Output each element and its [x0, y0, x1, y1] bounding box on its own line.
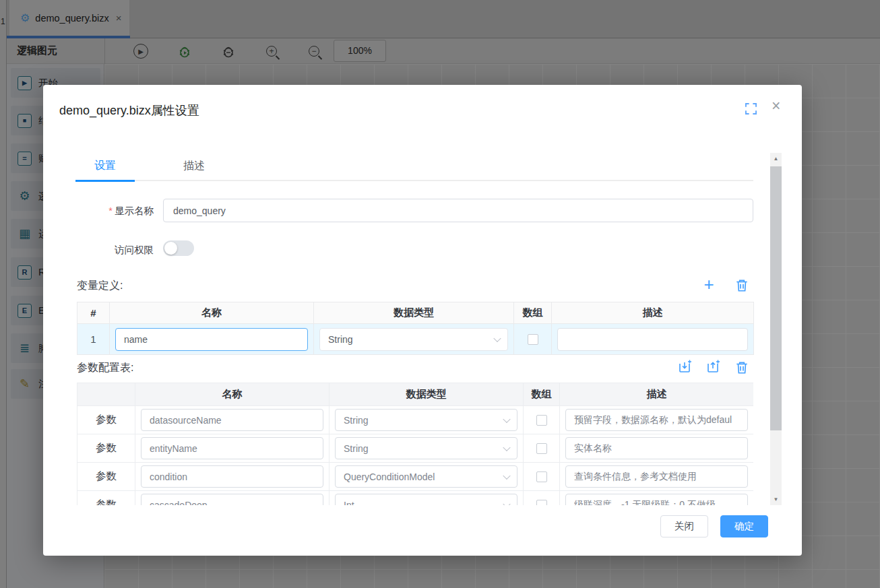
- chevron-down-icon: [503, 415, 510, 422]
- variables-header-row: # 名称 数据类型 数组 描述: [77, 302, 754, 324]
- param-type-value: String: [344, 443, 369, 454]
- param-type-select[interactable]: String: [335, 409, 517, 431]
- param-desc-input[interactable]: [565, 494, 748, 505]
- col-header-name: 名称: [135, 383, 329, 406]
- dialog-tab-description[interactable]: 描述: [164, 159, 224, 173]
- param-row-label: 参数: [77, 463, 135, 491]
- import-params-icon[interactable]: [677, 360, 692, 374]
- variable-row: 1 String: [77, 324, 754, 355]
- param-array-checkbox[interactable]: [536, 500, 547, 505]
- close-button[interactable]: 关闭: [660, 515, 708, 537]
- display-name-label-text: 显示名称: [115, 205, 154, 216]
- param-name-input[interactable]: [141, 409, 323, 431]
- col-header-desc: 描述: [552, 302, 754, 324]
- col-header-type: 数据类型: [329, 383, 524, 406]
- scrollbar-thumb[interactable]: [770, 166, 782, 430]
- variable-name-input[interactable]: [115, 328, 308, 351]
- dialog-title: demo_query.bizx属性设置: [59, 102, 199, 119]
- param-type-select[interactable]: String: [335, 437, 517, 459]
- access-permission-label: 访问权限: [77, 244, 154, 257]
- param-row: 参数 String: [77, 406, 754, 434]
- col-header-index: #: [77, 302, 110, 324]
- variable-type-value: String: [328, 334, 353, 345]
- col-header-desc: 描述: [560, 383, 754, 406]
- col-header-array: 数组: [524, 383, 560, 406]
- param-row-label: 参数: [77, 491, 135, 506]
- variables-section-label: 变量定义:: [77, 279, 123, 293]
- param-row-label: 参数: [77, 434, 135, 463]
- export-params-icon[interactable]: [705, 360, 720, 374]
- param-type-select[interactable]: Int: [335, 494, 517, 505]
- param-type-value: QueryConditionModel: [344, 471, 435, 482]
- chevron-down-icon: [493, 334, 501, 341]
- params-table: 名称 数据类型 数组 描述 参数 String 参数 String: [77, 383, 753, 505]
- variable-type-select[interactable]: String: [319, 328, 508, 351]
- param-row: 参数 QueryConditionModel: [77, 463, 754, 491]
- param-name-input[interactable]: [141, 437, 323, 459]
- col-header-blank: [77, 383, 135, 406]
- params-header-row: 名称 数据类型 数组 描述: [77, 383, 754, 406]
- param-row-label: 参数: [77, 406, 135, 434]
- param-desc-input[interactable]: [565, 409, 748, 431]
- param-type-value: Int: [344, 500, 354, 506]
- scroll-down-icon[interactable]: ▼: [770, 496, 782, 502]
- chevron-down-icon: [503, 443, 510, 451]
- col-header-type: 数据类型: [314, 302, 514, 324]
- dialog-footer: 关闭 确定: [660, 515, 768, 537]
- dialog-close-icon[interactable]: ×: [772, 98, 780, 114]
- param-array-checkbox[interactable]: [536, 471, 547, 482]
- required-asterisk: *: [108, 205, 113, 216]
- active-tab-underline: [75, 180, 135, 182]
- param-row: 参数 Int: [77, 491, 754, 506]
- param-name-input[interactable]: [141, 494, 323, 505]
- variable-desc-input[interactable]: [557, 328, 748, 351]
- param-name-input[interactable]: [141, 465, 323, 488]
- access-permission-toggle[interactable]: [163, 240, 194, 256]
- chevron-down-icon: [503, 471, 510, 479]
- toggle-knob: [164, 242, 177, 255]
- display-name-label: *显示名称: [77, 205, 154, 218]
- display-name-input[interactable]: [163, 199, 753, 222]
- confirm-button[interactable]: 确定: [720, 515, 768, 537]
- variable-array-checkbox[interactable]: [528, 334, 538, 345]
- variable-index: 1: [77, 324, 110, 355]
- col-header-array: 数组: [514, 302, 552, 324]
- scroll-up-icon[interactable]: ▲: [770, 156, 782, 162]
- param-desc-input[interactable]: [565, 465, 748, 488]
- variables-table: # 名称 数据类型 数组 描述 1 String: [77, 302, 754, 355]
- delete-params-icon[interactable]: [734, 360, 749, 375]
- param-desc-input[interactable]: [565, 437, 748, 459]
- param-array-checkbox[interactable]: [536, 443, 547, 454]
- dialog-tab-settings[interactable]: 设置: [75, 159, 135, 173]
- tabs-divider: [75, 180, 753, 181]
- params-section-label: 参数配置表:: [77, 361, 133, 375]
- param-array-checkbox[interactable]: [536, 415, 547, 426]
- add-variable-button[interactable]: +: [701, 277, 716, 292]
- params-table-viewport: 名称 数据类型 数组 描述 参数 String 参数 String: [77, 383, 753, 505]
- delete-variable-icon[interactable]: [734, 278, 749, 293]
- properties-dialog: demo_query.bizx属性设置 × 设置 描述 *显示名称 访问权限 变…: [43, 85, 802, 556]
- app-root: 1 ⚙ demo_query.bizx × 逻辑图元 ▶: [0, 0, 880, 588]
- fullscreen-icon[interactable]: [745, 103, 757, 115]
- param-type-value: String: [344, 415, 369, 426]
- chevron-down-icon: [503, 500, 510, 505]
- param-type-select[interactable]: QueryConditionModel: [335, 465, 517, 488]
- col-header-name: 名称: [110, 302, 314, 324]
- dialog-scrollbar[interactable]: ▲ ▼: [770, 153, 782, 505]
- param-row: 参数 String: [77, 434, 754, 463]
